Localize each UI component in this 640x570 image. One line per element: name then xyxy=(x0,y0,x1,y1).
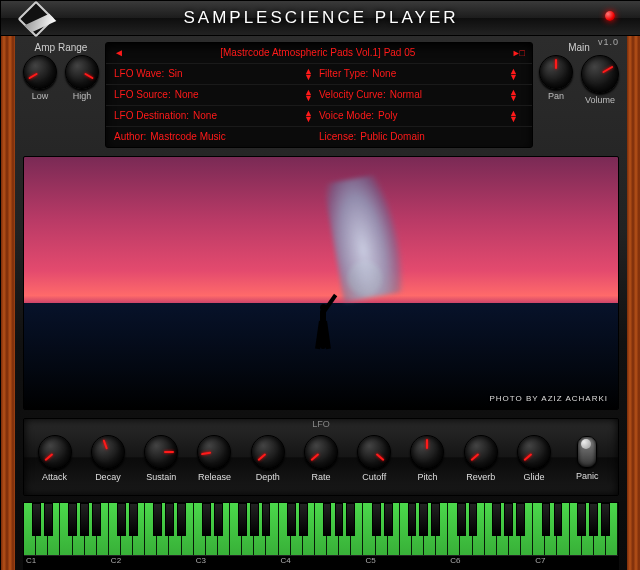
depth-knob-label: Depth xyxy=(256,472,280,482)
glide-knob-label: Glide xyxy=(524,472,545,482)
amp-low-label: Low xyxy=(23,91,57,101)
next-preset-button[interactable]: ►□ xyxy=(512,45,524,61)
black-key[interactable] xyxy=(202,503,211,536)
voice-mode-spinner[interactable]: ▲▼ xyxy=(509,110,524,122)
volume-knob[interactable] xyxy=(581,55,619,93)
pitch-knob[interactable] xyxy=(410,435,444,469)
glide-knob[interactable] xyxy=(517,435,551,469)
black-key[interactable] xyxy=(346,503,355,536)
octave-label: C1 xyxy=(24,555,109,567)
amp-range-label: Amp Range xyxy=(23,42,99,53)
pan-knob[interactable] xyxy=(539,55,573,89)
panic-switch[interactable] xyxy=(577,436,597,468)
black-key[interactable] xyxy=(214,503,223,536)
wood-rail-right xyxy=(627,1,640,570)
black-key[interactable] xyxy=(492,503,501,536)
octave-label: C3 xyxy=(194,555,279,567)
decay-knob[interactable] xyxy=(91,435,125,469)
black-key[interactable] xyxy=(516,503,525,536)
volume-label: Volume xyxy=(581,95,619,105)
black-key[interactable] xyxy=(153,503,162,536)
silhouette-icon xyxy=(309,277,337,349)
preset-artwork: Photo by Aziz Acharki xyxy=(23,156,619,410)
lfo-dest-spinner[interactable]: ▲▼ xyxy=(304,110,319,122)
lfo-source-spinner[interactable]: ▲▼ xyxy=(304,89,319,101)
cutoff-knob[interactable] xyxy=(357,435,391,469)
octave-C4[interactable] xyxy=(279,503,364,555)
virtual-keyboard[interactable]: C1C2C3C4C5C6C7 xyxy=(23,502,619,570)
black-key[interactable] xyxy=(589,503,598,536)
black-key[interactable] xyxy=(44,503,53,536)
octave-C1[interactable] xyxy=(24,503,109,555)
black-key[interactable] xyxy=(80,503,89,536)
black-key[interactable] xyxy=(419,503,428,536)
black-key[interactable] xyxy=(408,503,417,536)
black-key[interactable] xyxy=(238,503,247,536)
black-key[interactable] xyxy=(554,503,563,536)
velocity-curve-label: Velocity Curve: xyxy=(319,87,386,103)
lfo-source-value[interactable]: None xyxy=(175,87,199,103)
black-key[interactable] xyxy=(384,503,393,536)
black-key[interactable] xyxy=(504,503,513,536)
black-key[interactable] xyxy=(287,503,296,536)
black-key[interactable] xyxy=(177,503,186,536)
lfo-wave-spinner[interactable]: ▲▼ xyxy=(304,68,319,80)
author-label: Author: xyxy=(114,129,146,145)
prev-preset-button[interactable]: ◄ xyxy=(114,45,124,61)
filter-type-value[interactable]: None xyxy=(372,66,396,82)
black-key[interactable] xyxy=(469,503,478,536)
octave-C7[interactable] xyxy=(533,503,618,555)
preset-name[interactable]: [Mastrcode Atmospheric Pads Vol.1] Pad 0… xyxy=(124,45,512,61)
black-key[interactable] xyxy=(165,503,174,536)
black-key[interactable] xyxy=(68,503,77,536)
attack-knob-label: Attack xyxy=(42,472,67,482)
depth-knob[interactable] xyxy=(251,435,285,469)
rate-knob[interactable] xyxy=(304,435,338,469)
black-key[interactable] xyxy=(601,503,610,536)
black-key[interactable] xyxy=(299,503,308,536)
plugin-window: SAMPLESCIENCE PLAYER v1.0 Amp Range Low … xyxy=(0,0,640,570)
octave-label: C7 xyxy=(533,555,618,567)
velocity-curve-spinner[interactable]: ▲▼ xyxy=(509,89,524,101)
license-label: License: xyxy=(319,129,356,145)
amp-high-knob[interactable] xyxy=(65,55,99,89)
reverb-knob[interactable] xyxy=(464,435,498,469)
lfo-wave-label: LFO Wave: xyxy=(114,66,164,82)
octave-label: C6 xyxy=(448,555,533,567)
black-key[interactable] xyxy=(457,503,466,536)
logo-icon xyxy=(18,1,55,38)
release-knob[interactable] xyxy=(197,435,231,469)
black-key[interactable] xyxy=(323,503,332,536)
release-knob-label: Release xyxy=(198,472,231,482)
black-key[interactable] xyxy=(92,503,101,536)
voice-mode-value[interactable]: Poly xyxy=(378,108,397,124)
preset-browser: ◄ [Mastrcode Atmospheric Pads Vol.1] Pad… xyxy=(105,42,533,148)
black-key[interactable] xyxy=(542,503,551,536)
black-key[interactable] xyxy=(117,503,126,536)
attack-knob[interactable] xyxy=(38,435,72,469)
amp-range-panel: Amp Range Low High xyxy=(23,42,99,148)
octave-C3[interactable] xyxy=(194,503,279,555)
black-key[interactable] xyxy=(577,503,586,536)
black-key[interactable] xyxy=(32,503,41,536)
black-key[interactable] xyxy=(250,503,259,536)
sustain-knob[interactable] xyxy=(144,435,178,469)
author-value: Mastrcode Music xyxy=(150,129,226,145)
octave-C6[interactable] xyxy=(448,503,533,555)
velocity-curve-value[interactable]: Normal xyxy=(390,87,422,103)
black-key[interactable] xyxy=(262,503,271,536)
version-label: v1.0 xyxy=(598,25,619,59)
black-key[interactable] xyxy=(129,503,138,536)
filter-type-spinner[interactable]: ▲▼ xyxy=(509,68,524,80)
black-key[interactable] xyxy=(431,503,440,536)
octave-C5[interactable] xyxy=(363,503,448,555)
knob-row: LFO AttackDecaySustainReleaseDepthRateCu… xyxy=(23,418,619,496)
black-key[interactable] xyxy=(335,503,344,536)
black-key[interactable] xyxy=(372,503,381,536)
lfo-dest-value[interactable]: None xyxy=(193,108,217,124)
voice-mode-label: Voice Mode: xyxy=(319,108,374,124)
reverb-knob-label: Reverb xyxy=(466,472,495,482)
amp-low-knob[interactable] xyxy=(23,55,57,89)
octave-C2[interactable] xyxy=(109,503,194,555)
lfo-wave-value[interactable]: Sin xyxy=(168,66,182,82)
